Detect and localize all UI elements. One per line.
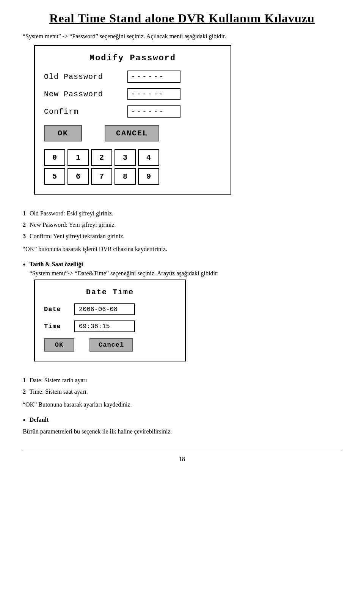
password-instruction-1: 1 Old Password: Eski şifreyi giriniz. [23, 209, 341, 218]
page-number: 18 [23, 452, 341, 463]
default-bullet-section: • Default [23, 415, 341, 425]
time-label: Time [44, 323, 74, 330]
new-password-row: New Password ------ [44, 88, 221, 100]
password-dialog-buttons: OK CANCEL [44, 125, 221, 141]
old-password-field[interactable]: ------ [127, 71, 180, 83]
ok-button[interactable]: OK [44, 125, 82, 141]
date-row: Date 2006-06-08 [44, 303, 176, 315]
confirm-field[interactable]: ------ [127, 105, 180, 118]
numpad-key-2[interactable]: 2 [91, 149, 112, 166]
numpad: 0 1 2 3 4 5 6 7 8 9 [44, 149, 221, 185]
datetime-ok-instruction: “OK” Butonuna basarak ayarları kaydedini… [23, 400, 341, 409]
datetime-instructions: 1 Date: Sistem tarih ayarı 2 Time: Siste… [23, 376, 341, 396]
date-label: Date [44, 306, 74, 313]
datetime-ok-button[interactable]: OK [44, 338, 74, 352]
default-bullet-label: Default [30, 416, 49, 423]
numpad-key-3[interactable]: 3 [115, 149, 136, 166]
new-password-field[interactable]: ------ [127, 88, 180, 100]
datetime-bullet-section: • Tarih & Saat özelliği “System menu”-> … [23, 260, 341, 278]
password-instruction-3: 3 Confirm: Yeni şifreyi tekrardan girini… [23, 232, 341, 241]
datetime-dialog-buttons: OK Cancel [44, 338, 176, 352]
bullet-dot-datetime: • [23, 260, 26, 270]
cancel-button[interactable]: CANCEL [105, 125, 159, 141]
numpad-key-1[interactable]: 1 [67, 149, 89, 166]
numpad-key-4[interactable]: 4 [138, 149, 159, 166]
numpad-key-9[interactable]: 9 [138, 168, 159, 185]
time-field[interactable]: 09:38:15 [74, 320, 135, 332]
datetime-cancel-button[interactable]: Cancel [89, 338, 133, 352]
new-password-label: New Password [44, 90, 127, 99]
password-instructions: 1 Old Password: Eski şifreyi giriniz. 2 … [23, 209, 341, 241]
datetime-intro: “System menu”-> “Date&Time” seçeneğini s… [30, 270, 219, 276]
password-ok-instruction: “OK” butonuna basarak işlemi DVR cihazın… [23, 245, 341, 254]
default-text: Büтün parametreleri bu seçenek ile ilk h… [23, 427, 341, 437]
password-dialog-title: Modify Password [44, 53, 221, 63]
bullet-dot-default: • [23, 415, 26, 425]
numpad-key-6[interactable]: 6 [67, 168, 89, 185]
date-field[interactable]: 2006-06-08 [74, 303, 135, 315]
datetime-instruction-1: 1 Date: Sistem tarih ayarı [23, 376, 341, 385]
numpad-key-0[interactable]: 0 [44, 149, 65, 166]
numpad-key-8[interactable]: 8 [115, 168, 136, 185]
datetime-dialog-title: Date Time [44, 288, 176, 297]
password-intro: “System menu” -> “Password” seçeneğini s… [23, 33, 341, 40]
password-instruction-2: 2 New Password: Yeni şifreyi giriniz. [23, 220, 341, 229]
time-row: Time 09:38:15 [44, 320, 176, 332]
datetime-dialog: Date Time Date 2006-06-08 Time 09:38:15 … [34, 280, 186, 361]
datetime-bullet-label: Tarih & Saat özelliği [30, 261, 83, 267]
confirm-row: Confirm ------ [44, 105, 221, 118]
numpad-key-5[interactable]: 5 [44, 168, 65, 185]
page-title: Real Time Stand alone DVR Kullanım Kılav… [23, 11, 341, 25]
confirm-label: Confirm [44, 107, 127, 116]
datetime-instruction-2: 2 Time: Sistem saat ayarı. [23, 387, 341, 396]
numpad-key-7[interactable]: 7 [91, 168, 112, 185]
old-password-label: Old Password [44, 72, 127, 81]
old-password-row: Old Password ------ [44, 71, 221, 83]
password-dialog: Modify Password Old Password ------ New … [34, 45, 231, 195]
